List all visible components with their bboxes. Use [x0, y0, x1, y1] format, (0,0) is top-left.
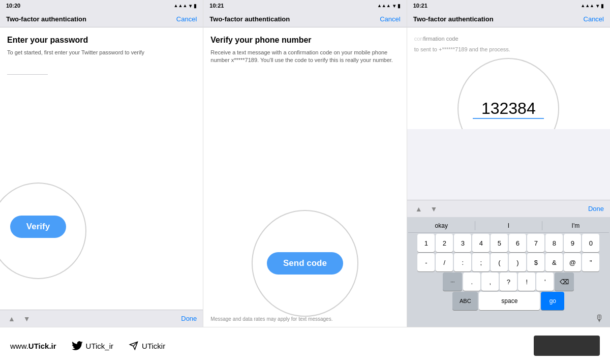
toolbar-nav-3: ▲ ▼ — [413, 204, 440, 214]
verify-circle: Verify — [0, 183, 86, 279]
nav-title-3: Two-factor authentication — [413, 15, 494, 23]
key-quote[interactable]: " — [582, 253, 599, 271]
footer-url-section: www.UTick.ir — [10, 342, 56, 350]
cancel-button-3[interactable]: Cancel — [584, 15, 604, 23]
suggestion-3[interactable]: I'm — [542, 221, 609, 230]
screens-row: 10:20 ▲▲▲ ▾ ▮ Two-factor authentication … — [0, 0, 610, 327]
key-slash[interactable]: / — [436, 253, 453, 271]
cancel-button-1[interactable]: Cancel — [176, 15, 197, 23]
status-icons-1: ▲▲▲ ▾ ▮ — [174, 3, 197, 9]
key-0[interactable]: 0 — [582, 234, 599, 252]
key-8[interactable]: 8 — [545, 234, 563, 252]
key-abc[interactable]: ABC — [452, 292, 478, 310]
nav-title-1: Two-factor authentication — [6, 15, 86, 23]
key-minus[interactable]: - — [417, 253, 435, 271]
screen-1: 10:20 ▲▲▲ ▾ ▮ Two-factor authentication … — [0, 0, 203, 327]
telegram-icon — [129, 341, 139, 350]
nav-bar-3: Two-factor authentication Cancel — [407, 11, 610, 27]
keyboard: okay I I'm 1 2 3 4 5 6 7 8 9 0 — [407, 217, 610, 327]
status-icons-2: ▲▲▲ ▾ ▮ — [377, 3, 401, 9]
key-2[interactable]: 2 — [436, 234, 453, 252]
battery-icon-3: ▮ — [601, 3, 604, 9]
footer-url-text: www.UTick.ir — [10, 342, 56, 350]
screen-partial-heading: confirmation code — [414, 36, 603, 42]
signal-icon-1: ▲▲▲ — [174, 3, 188, 8]
password-input[interactable] — [7, 63, 48, 75]
toolbar-nav-1: ▲ ▼ — [6, 314, 33, 324]
nav-next-3[interactable]: ▼ — [429, 204, 440, 214]
footer-telegram-handle: UTickir — [142, 342, 165, 350]
nav-prev-1[interactable]: ▲ — [6, 314, 17, 324]
key-at[interactable]: @ — [564, 253, 581, 271]
nav-prev-3[interactable]: ▲ — [413, 204, 424, 214]
footer-telegram-section: UTickir — [129, 341, 165, 350]
screen-2: 10:21 ▲▲▲ ▾ ▮ Two-factor authentication … — [203, 0, 407, 327]
footer-twitter-handle: UTick_ir — [86, 342, 113, 350]
keyboard-suggestions: okay I I'm — [408, 219, 609, 233]
key-exclaim[interactable]: ! — [518, 272, 535, 291]
screen-content-3: confirmation code to sent to +******7189… — [407, 27, 610, 129]
verify-button[interactable]: Verify — [10, 216, 66, 238]
signal-icon-2: ▲▲▲ — [377, 3, 391, 8]
nav-next-1[interactable]: ▼ — [21, 314, 33, 324]
key-5[interactable]: 5 — [491, 234, 508, 252]
cancel-button-2[interactable]: Cancel — [380, 15, 400, 23]
screen-content-1: Enter your password To get started, firs… — [0, 27, 203, 310]
key-dollar[interactable]: $ — [527, 253, 544, 271]
key-open-paren[interactable]: ( — [491, 253, 508, 271]
key-apostrophe[interactable]: ' — [536, 272, 554, 291]
screen-body-text-2: Receive a text message with a confirmati… — [210, 49, 399, 65]
toolbar-done-3[interactable]: Done — [588, 205, 604, 213]
key-close-paren[interactable]: ) — [509, 253, 526, 271]
key-9[interactable]: 9 — [564, 234, 581, 252]
key-colon[interactable]: : — [454, 253, 471, 271]
key-period[interactable]: . — [463, 272, 480, 291]
key-comma[interactable]: , — [481, 272, 499, 291]
keyboard-number-row: 1 2 3 4 5 6 7 8 9 0 — [408, 234, 609, 252]
footer: www.UTick.ir UTick_ir UTickir — [0, 327, 610, 364]
key-semicolon[interactable]: ; — [472, 253, 490, 271]
carrier-text: Message and data rates may apply for tex… — [210, 316, 399, 322]
keyboard-bottom-row: ABC space go — [408, 292, 609, 310]
key-ellipsis[interactable]: ··· — [443, 272, 462, 291]
status-bar-2: 10:21 ▲▲▲ ▾ ▮ — [203, 0, 406, 11]
confirmation-code-input[interactable]: 132384 — [473, 99, 544, 119]
send-code-button[interactable]: Send code — [267, 252, 343, 275]
screen-heading-2: Verify your phone number — [210, 36, 399, 45]
key-3[interactable]: 3 — [454, 234, 471, 252]
suggestion-1[interactable]: okay — [408, 221, 475, 230]
screen-content-2: Verify your phone number Receive a text … — [203, 27, 406, 327]
screen-body-text-1: To get started, first enter your Twitter… — [7, 49, 196, 56]
key-7[interactable]: 7 — [527, 234, 544, 252]
footer-twitter-section: UTick_ir — [72, 341, 113, 350]
key-question[interactable]: ? — [500, 272, 517, 291]
footer-dark-box — [534, 336, 600, 356]
key-space[interactable]: space — [479, 292, 540, 310]
key-ampersand[interactable]: & — [545, 253, 563, 271]
suggestion-2[interactable]: I — [475, 221, 542, 230]
nav-bar-1: Two-factor authentication Cancel — [0, 11, 203, 27]
mic-icon[interactable]: 🎙 — [595, 313, 604, 324]
keyboard-symbol-row1: - / : ; ( ) $ & @ " — [408, 253, 609, 271]
status-time-2: 10:21 — [209, 3, 224, 9]
screen-body-text-3: to sent to +******7189 and the process. — [414, 46, 603, 53]
send-code-circle: Send code — [252, 210, 358, 317]
keyboard-mic-row: 🎙 — [408, 311, 609, 325]
status-time-3: 10:21 — [413, 3, 428, 9]
status-bar-1: 10:20 ▲▲▲ ▾ ▮ — [0, 0, 203, 11]
bottom-toolbar-3: ▲ ▼ Done — [407, 200, 610, 217]
screen-3: 10:21 ▲▲▲ ▾ ▮ Two-factor authentication … — [407, 0, 610, 327]
key-4[interactable]: 4 — [472, 234, 490, 252]
status-icons-3: ▲▲▲ ▾ ▮ — [581, 3, 604, 9]
main-container: 10:20 ▲▲▲ ▾ ▮ Two-factor authentication … — [0, 0, 610, 364]
nav-title-2: Two-factor authentication — [209, 15, 290, 23]
key-go[interactable]: go — [541, 292, 564, 310]
backspace-key[interactable]: ⌫ — [555, 272, 574, 291]
key-6[interactable]: 6 — [509, 234, 526, 252]
wifi-icon-3: ▾ — [596, 3, 599, 9]
toolbar-done-1[interactable]: Done — [181, 315, 197, 322]
key-1[interactable]: 1 — [417, 234, 435, 252]
code-circle: 132384 — [458, 58, 559, 129]
wifi-icon-2: ▾ — [393, 3, 395, 9]
battery-icon-1: ▮ — [194, 3, 197, 9]
